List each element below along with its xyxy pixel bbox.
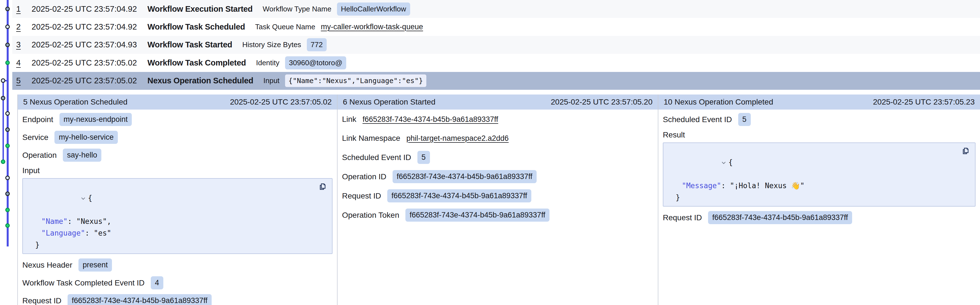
field-label: Operation ID [342, 172, 387, 181]
copy-icon [961, 146, 970, 156]
json-open-brace: { [88, 194, 92, 202]
json-key: "Name" [41, 217, 68, 226]
field-label: Operation [22, 151, 57, 160]
field-value-badge: f665283f-743e-4374-b45b-9a61a89337ff [708, 211, 852, 224]
event-status-dot-green [5, 208, 10, 212]
event-id-link[interactable]: 5 [16, 76, 32, 85]
event-timestamp: 2025-02-25 UTC 23:57:04.92 [32, 5, 148, 14]
event-detail-label: History Size Bytes [242, 40, 301, 49]
task-queue-link[interactable]: my-caller-workflow-task-queue [321, 22, 423, 31]
json-value: "Nexus", [76, 217, 111, 226]
event-status-dot-gray [5, 7, 10, 11]
field-scheduled-event-id: Scheduled Event ID 5 [342, 151, 653, 164]
field-label: Service [22, 133, 48, 142]
event-detail-value-badge: 30960@totoro@ [285, 56, 347, 70]
event-row-1[interactable]: 1 2025-02-25 UTC 23:57:04.92 Workflow Ex… [12, 0, 980, 18]
chevron-down-icon[interactable] [81, 192, 86, 204]
event-status-dot-green [5, 144, 10, 148]
field-value-badge: 5 [738, 113, 751, 126]
copy-button[interactable] [318, 182, 327, 191]
event-timestamp: 2025-02-25 UTC 23:57:05.02 [32, 58, 148, 68]
json-key: "Message" [682, 182, 721, 190]
event-name: Nexus Operation Scheduled [148, 76, 253, 85]
copy-button[interactable] [961, 146, 970, 156]
link-value-link[interactable]: f665283f-743e-4374-b45b-9a61a89337ff [363, 115, 498, 124]
event-detail-value-badge: HelloCallerWorkflow [337, 3, 410, 16]
field-nexus-header: Nexus Header present [22, 258, 332, 272]
panel-body: Link f665283f-743e-4374-b45b-9a61a89337f… [337, 109, 658, 305]
field-value-badge: f665283f-743e-4374-b45b-9a61a89337ff [393, 170, 537, 183]
field-value-badge: f665283f-743e-4374-b45b-9a61a89337ff [68, 294, 212, 305]
json-colon: : [68, 217, 76, 226]
timeline-gutter [0, 0, 12, 305]
event-id-link[interactable]: 2 [16, 22, 32, 32]
field-label: Scheduled Event ID [663, 115, 732, 124]
event-status-dot-gray [5, 43, 10, 47]
panel-header: 6 Nexus Operation Started 2025-02-25 UTC… [337, 95, 658, 109]
panel-body: Endpoint my-nexus-endpoint Service my-he… [18, 109, 337, 305]
field-value-badge: my-nexus-endpoint [59, 113, 132, 126]
event-status-dot-green [5, 60, 10, 65]
field-label: Request ID [342, 191, 381, 201]
event-group-detail: 5 Nexus Operation Scheduled 2025-02-25 U… [18, 95, 980, 305]
json-open-brace: { [729, 158, 733, 166]
event-timestamp: 2025-02-25 UTC 23:57:04.92 [32, 22, 148, 32]
field-label: Request ID [663, 213, 702, 222]
event-history-list: 1 2025-02-25 UTC 23:57:04.92 Workflow Ex… [12, 0, 980, 90]
field-label: Operation Token [342, 211, 399, 220]
field-operation-token: Operation Token f665283f-743e-4374-b45b-… [342, 209, 653, 222]
json-colon: : [721, 182, 730, 190]
field-endpoint: Endpoint my-nexus-endpoint [22, 113, 332, 126]
event-status-dot-green [1, 160, 5, 164]
field-label: Link Namespace [342, 134, 400, 143]
panel-timestamp: 2025-02-25 UTC 23:57:05.23 [873, 98, 975, 106]
event-status-dot-gray [5, 127, 10, 132]
field-workflow-task-completed-event-id: Workflow Task Completed Event ID 4 [22, 276, 332, 289]
event-name: Workflow Task Completed [148, 58, 246, 68]
event-id-link[interactable]: 1 [16, 5, 32, 14]
field-label: Request ID [22, 296, 61, 305]
field-value-badge: f665283f-743e-4374-b45b-9a61a89337ff [387, 189, 531, 202]
link-namespace-link[interactable]: phil-target-namespace2.a2dd6 [407, 134, 509, 143]
event-status-dot-light [5, 175, 10, 180]
event-status-dot-gray [1, 96, 5, 100]
panel-header: 10 Nexus Operation Completed 2025-02-25 … [659, 95, 980, 109]
field-label: Link [342, 115, 356, 124]
chevron-down-icon[interactable] [721, 156, 726, 168]
field-label: Nexus Header [22, 261, 72, 270]
json-value: "es" [94, 229, 111, 237]
event-detail-label: Input [263, 76, 280, 85]
field-value-badge: say-hello [63, 149, 101, 162]
field-service: Service my-hello-service [22, 131, 332, 144]
event-row-3[interactable]: 3 2025-02-25 UTC 23:57:04.93 Workflow Ta… [12, 36, 980, 54]
panel-body: Scheduled Event ID 5 Result { [659, 109, 980, 305]
field-label: Scheduled Event ID [342, 153, 411, 162]
panel-timestamp: 2025-02-25 UTC 23:57:05.02 [230, 98, 332, 106]
event-detail-value-badge: 772 [307, 38, 327, 51]
field-value-badge: 4 [151, 276, 163, 289]
field-operation-id: Operation ID f665283f-743e-4374-b45b-9a6… [342, 170, 653, 183]
event-id-link[interactable]: 3 [16, 40, 32, 49]
workflow-event-history-view: 1 2025-02-25 UTC 23:57:04.92 Workflow Ex… [0, 0, 980, 305]
event-status-dot-green [5, 223, 10, 228]
event-status-dot-light [1, 78, 5, 83]
panel-nexus-operation-scheduled: 5 Nexus Operation Scheduled 2025-02-25 U… [18, 95, 337, 305]
event-row-5-selected[interactable]: 5 2025-02-25 UTC 23:57:05.02 Nexus Opera… [12, 72, 980, 90]
timeline-branch-line [3, 81, 4, 162]
event-name: Workflow Execution Started [148, 5, 253, 14]
field-label: Endpoint [22, 115, 53, 124]
event-timestamp: 2025-02-25 UTC 23:57:05.02 [32, 76, 148, 85]
event-id-link[interactable]: 4 [16, 58, 32, 68]
result-json-viewer: { "Message": "¡Hola! Nexus 👋" } [663, 142, 975, 207]
json-close-brace: } [29, 239, 325, 251]
json-colon: : [85, 229, 94, 237]
event-detail-label: Task Queue Name [255, 22, 315, 31]
field-link: Link f665283f-743e-4374-b45b-9a61a89337f… [342, 113, 653, 126]
field-request-id: Request ID f665283f-743e-4374-b45b-9a61a… [342, 189, 653, 202]
event-name: Workflow Task Scheduled [148, 22, 245, 32]
event-row-4[interactable]: 4 2025-02-25 UTC 23:57:05.02 Workflow Ta… [12, 54, 980, 72]
event-status-dot-light [5, 25, 10, 29]
field-label: Workflow Task Completed Event ID [22, 278, 145, 288]
field-value-badge: my-hello-service [54, 131, 118, 144]
event-row-2[interactable]: 2 2025-02-25 UTC 23:57:04.92 Workflow Ta… [12, 18, 980, 36]
